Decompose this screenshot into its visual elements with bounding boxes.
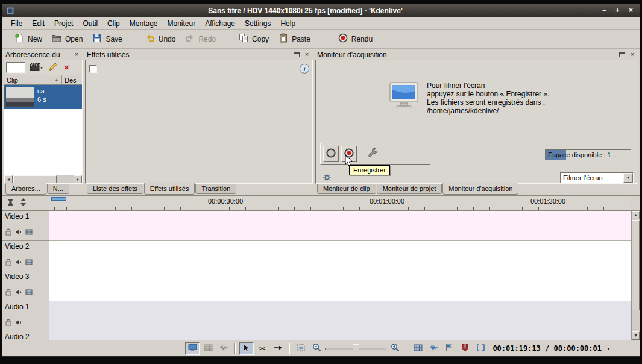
save-button[interactable]: Save	[87, 30, 127, 48]
thumbnails-icon[interactable]	[25, 259, 33, 268]
project-tree-header[interactable]: Arborescence du ×	[4, 49, 83, 60]
close-panel-icon[interactable]: ×	[628, 51, 637, 58]
close-panel-icon[interactable]: ×	[72, 51, 81, 58]
markers-toggle[interactable]	[442, 342, 456, 355]
titlebar[interactable]: Sans titre / HDV 1440x1080i 25 fps [modi…	[2, 4, 640, 17]
scroll-left-icon[interactable]: ◂	[4, 175, 13, 183]
collapse-tracks-icon[interactable]	[7, 198, 14, 208]
capture-source-select[interactable]: Filmer l'écran ▾	[560, 172, 634, 183]
float-panel-icon[interactable]	[292, 51, 301, 58]
film-frames-button[interactable]	[201, 342, 215, 355]
speaker-icon[interactable]	[15, 259, 22, 268]
render-button[interactable]: Rendu	[333, 30, 377, 48]
menu-affichage[interactable]: Affichage	[200, 18, 240, 29]
effects-header[interactable]: Effets utilisés ×	[85, 49, 313, 60]
timeline-ruler[interactable]: 00:00:30:00 00:01:00:00 00:01:30:00	[49, 196, 631, 210]
scroll-right-icon[interactable]: ▸	[74, 175, 82, 183]
menu-clip[interactable]: Clip	[102, 18, 125, 29]
track-lane-video2[interactable]	[49, 241, 631, 271]
clip-list-hscrollbar[interactable]: ◂ ▸	[4, 175, 82, 183]
tab-project-monitor[interactable]: Moniteur de projet	[377, 184, 442, 194]
hscroll-thumb[interactable]	[13, 175, 57, 183]
audio-wave-button[interactable]	[216, 342, 231, 355]
track-header-video2[interactable]: Video 2	[2, 241, 49, 271]
track-lane-audio2[interactable]	[49, 331, 631, 340]
track-lane-video1[interactable]	[49, 211, 631, 241]
edit-clip-button[interactable]	[47, 61, 60, 74]
track-header-audio1[interactable]: Audio 1	[2, 301, 49, 331]
track-header-video1[interactable]: Video 1	[2, 211, 49, 241]
undo-button[interactable]: Undo	[140, 30, 181, 48]
zoom-slider[interactable]	[325, 343, 386, 354]
monitor-screen-button[interactable]	[185, 342, 200, 355]
menu-help[interactable]: Help	[275, 18, 300, 29]
menu-moniteur[interactable]: Moniteur	[163, 18, 201, 29]
track-header-audio2[interactable]: Audio 2	[2, 331, 49, 340]
stop-capture-button[interactable]	[323, 146, 339, 162]
fit-zoom-button[interactable]	[294, 342, 308, 355]
close-panel-icon[interactable]: ×	[303, 51, 311, 58]
redo-button[interactable]: Redo	[180, 30, 221, 48]
snap-toggle[interactable]	[458, 342, 472, 355]
menu-edit[interactable]: Edit	[27, 18, 49, 29]
menu-projet[interactable]: Projet	[49, 18, 78, 29]
copy-button[interactable]: Copy	[234, 30, 274, 48]
menu-montage[interactable]: Montage	[125, 18, 163, 29]
razor-tool-button[interactable]: ✂	[255, 342, 269, 355]
speaker-icon[interactable]	[15, 319, 22, 328]
new-button[interactable]: New	[10, 30, 47, 48]
timeline-lanes[interactable]	[49, 211, 631, 340]
video-thumbnails-toggle[interactable]	[411, 342, 425, 355]
paste-button[interactable]: Paste	[274, 30, 315, 48]
vscroll-track[interactable]	[632, 311, 640, 331]
tab-arborescence[interactable]: Arbores...	[5, 183, 46, 195]
capture-monitor-header[interactable]: Moniteur d'acquisition ×	[315, 49, 638, 60]
tab-transition[interactable]: Transition	[195, 184, 236, 194]
zoom-in-button[interactable]	[388, 342, 402, 355]
timeline-zone-bar[interactable]	[51, 197, 66, 201]
column-header-clip[interactable]: Clip ▲	[4, 75, 62, 84]
scroll-up-icon[interactable]: ▴	[632, 211, 640, 219]
zone-toggle[interactable]	[473, 342, 488, 355]
open-button[interactable]: Open	[47, 30, 87, 48]
minimize-button[interactable]: –	[599, 6, 609, 16]
resize-tracks-icon[interactable]	[20, 198, 27, 208]
menu-settings[interactable]: Settings	[240, 18, 275, 29]
column-header-description[interactable]: Des	[62, 75, 82, 84]
select-tool-button[interactable]	[239, 342, 254, 355]
spacer-tool-button[interactable]	[271, 342, 285, 355]
track-header-video3[interactable]: Video 3	[2, 271, 49, 301]
menu-file[interactable]: File	[6, 18, 27, 29]
float-panel-icon[interactable]	[618, 51, 626, 58]
effect-enable-checkbox[interactable]	[89, 65, 97, 73]
scroll-down-icon[interactable]: ▾	[632, 331, 640, 340]
zoom-slider-handle[interactable]	[353, 344, 359, 353]
lock-icon[interactable]	[5, 228, 12, 237]
speaker-icon[interactable]	[15, 289, 22, 298]
lock-icon[interactable]	[5, 259, 12, 268]
thumbnails-icon[interactable]	[25, 228, 33, 237]
delete-clip-button[interactable]: ×	[62, 61, 71, 74]
track-lane-video3[interactable]	[49, 271, 631, 301]
info-icon[interactable]: i	[300, 64, 309, 74]
timecode-display[interactable]: 00:01:19:13 / 00:00:00:01	[493, 344, 602, 353]
maximize-button[interactable]: +	[612, 6, 623, 16]
clip-list-item-selected[interactable]: ca 6 s	[4, 85, 82, 109]
clip-list[interactable]: ca 6 s	[4, 85, 82, 175]
tab-effect-stack[interactable]: Effets utilisés	[144, 183, 195, 195]
zoom-out-button[interactable]	[309, 342, 324, 355]
audio-thumbnails-toggle[interactable]	[426, 342, 441, 355]
tab-capture-monitor[interactable]: Moniteur d'acquisition	[442, 183, 518, 195]
lock-icon[interactable]	[5, 289, 12, 298]
add-clip-button[interactable]: ▾	[28, 61, 45, 74]
lock-icon[interactable]	[5, 319, 12, 328]
capture-config-button[interactable]	[364, 146, 381, 162]
capture-options-button[interactable]	[321, 174, 333, 183]
chevron-down-icon[interactable]: ▾	[623, 173, 633, 183]
tab-n[interactable]: N...	[47, 184, 69, 194]
close-button[interactable]: ×	[626, 6, 636, 16]
menu-outil[interactable]: Outil	[78, 18, 102, 29]
tab-effect-list[interactable]: Liste des effets	[87, 184, 143, 194]
speaker-icon[interactable]	[15, 228, 22, 237]
timeline-vscrollbar[interactable]: ▴ ▾	[631, 211, 640, 340]
